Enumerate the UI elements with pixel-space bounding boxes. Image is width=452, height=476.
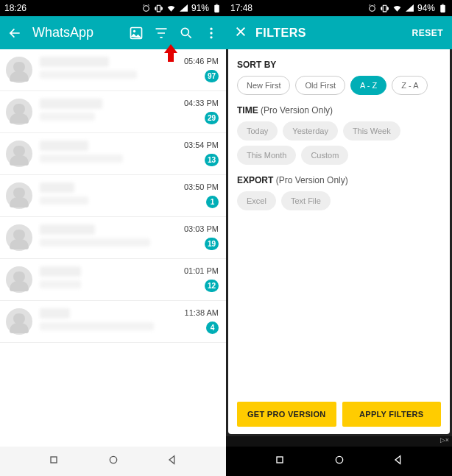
export-chipset: ExcelText File (237, 191, 441, 210)
battery-icon (212, 4, 222, 13)
time-chip: Custom (301, 146, 348, 165)
search-icon[interactable] (179, 26, 194, 40)
avatar (6, 57, 32, 83)
svg-rect-10 (440, 4, 445, 12)
unread-badge: 19 (205, 238, 219, 250)
status-time: 17:48 (230, 3, 253, 13)
export-label: EXPORT (Pro Version Only) (237, 175, 441, 185)
svg-point-6 (210, 32, 212, 34)
svg-rect-1 (216, 4, 217, 4)
svg-rect-11 (442, 4, 443, 4)
status-bar: 18:26 91% (0, 0, 226, 16)
nav-bar (226, 447, 452, 476)
chat-row[interactable]: 03:50 PM1 (0, 175, 226, 217)
pointer-arrow-icon (164, 44, 177, 62)
ad-strip[interactable] (226, 436, 452, 447)
chat-text (40, 141, 178, 163)
signal-icon (179, 4, 188, 13)
export-chip: Excel (237, 191, 276, 210)
sort-label: SORT BY (237, 60, 441, 70)
avatar (6, 308, 32, 335)
unread-badge: 13 (205, 154, 219, 166)
filter-actions: GET PRO VERSION APPLY FILTERS (237, 402, 441, 427)
unread-badge: 12 (205, 280, 219, 292)
chat-row[interactable]: 01:01 PM12 (0, 259, 226, 301)
chat-text (40, 308, 179, 330)
chat-text (40, 57, 178, 79)
nav-recent-icon[interactable] (274, 454, 286, 469)
nav-back-icon[interactable] (392, 454, 404, 469)
export-chip: Text File (281, 191, 331, 210)
chat-text (40, 266, 178, 288)
reset-button[interactable]: RESET (412, 28, 443, 38)
nav-back-icon[interactable] (166, 454, 178, 469)
nav-home-icon[interactable] (107, 454, 119, 469)
avatar (6, 141, 32, 167)
signal-icon (405, 4, 414, 13)
chat-row[interactable]: 05:46 PM97 (0, 49, 226, 91)
app-bar: WhatsApp (0, 16, 226, 49)
svg-point-13 (336, 456, 342, 463)
chat-time: 04:33 PM (184, 99, 219, 107)
chat-text (40, 99, 178, 121)
sort-chip[interactable]: New First (237, 76, 290, 95)
unread-badge: 1 (206, 196, 219, 208)
gallery-icon[interactable] (129, 26, 144, 40)
nav-bar (0, 447, 226, 476)
chat-row[interactable]: 03:54 PM13 (0, 133, 226, 175)
alarm-icon (141, 4, 151, 13)
phone-left: 18:26 91% WhatsApp 05:46 PM9704:33 (0, 0, 226, 476)
chat-time: 11:38 AM (185, 308, 219, 317)
svg-point-4 (181, 28, 188, 35)
close-icon[interactable] (235, 26, 247, 40)
avatar (6, 224, 32, 251)
svg-point-3 (133, 29, 135, 32)
apply-filters-button[interactable]: APPLY FILTERS (342, 402, 442, 427)
wifi-icon (166, 4, 176, 13)
chat-row[interactable]: 04:33 PM29 (0, 91, 226, 133)
time-chip: Yesterday (283, 121, 338, 141)
sort-chipset: New FirstOld FirstA - ZZ - A (237, 76, 441, 95)
status-bar: 17:48 94% (226, 0, 452, 16)
status-time: 18:26 (4, 3, 27, 13)
back-icon[interactable] (7, 26, 22, 40)
svg-point-9 (110, 456, 116, 463)
sort-chip[interactable]: Z - A (392, 76, 428, 95)
filter-body: SORT BY New FirstOld FirstA - ZZ - A TIM… (228, 49, 450, 434)
nav-home-icon[interactable] (333, 454, 345, 469)
wifi-icon (392, 4, 402, 13)
chat-list[interactable]: 05:46 PM9704:33 PM2903:54 PM1303:50 PM10… (0, 49, 226, 447)
battery-icon (438, 4, 448, 13)
sort-chip[interactable]: Old First (295, 76, 345, 95)
svg-point-7 (210, 36, 212, 38)
filter-title: FILTERS (255, 26, 403, 40)
svg-rect-12 (277, 457, 283, 463)
chat-time: 03:54 PM (184, 141, 219, 149)
chat-row[interactable]: 03:03 PM19 (0, 217, 226, 259)
chat-row[interactable]: 11:38 AM4 (0, 301, 226, 343)
phone-right: 17:48 94% FILTERS RESET SORT BY New Firs… (226, 0, 452, 476)
filter-icon[interactable] (154, 26, 169, 40)
time-chip: This Week (343, 121, 400, 141)
status-icons: 91% (141, 3, 222, 13)
time-chipset: TodayYesterdayThis WeekThis MonthCustom (237, 121, 441, 165)
avatar (6, 182, 32, 209)
chat-time: 01:01 PM (184, 266, 219, 275)
vibrate-icon (380, 4, 389, 13)
svg-rect-0 (214, 4, 219, 12)
nav-recent-icon[interactable] (48, 454, 60, 469)
more-icon[interactable] (204, 26, 219, 40)
unread-badge: 4 (206, 322, 219, 334)
time-chip: Today (237, 121, 278, 141)
chat-text (40, 182, 178, 205)
sort-chip[interactable]: A - Z (350, 76, 386, 95)
chat-time: 05:46 PM (184, 57, 219, 65)
avatar (6, 266, 32, 293)
unread-badge: 29 (205, 112, 219, 124)
svg-point-5 (210, 27, 212, 29)
chat-text (40, 224, 178, 246)
chat-time: 03:50 PM (184, 182, 219, 191)
battery-text: 91% (191, 3, 209, 13)
avatar (6, 99, 32, 125)
get-pro-button[interactable]: GET PRO VERSION (237, 402, 336, 427)
